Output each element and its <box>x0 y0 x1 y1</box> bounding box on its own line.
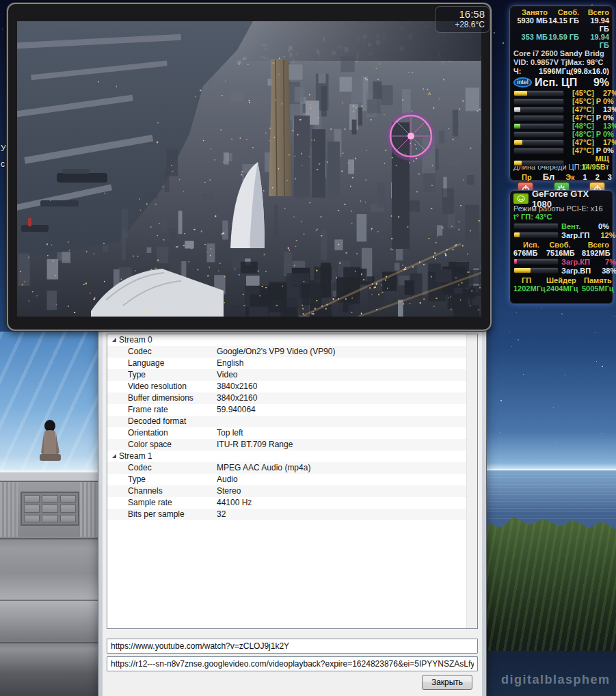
close-button[interactable]: Закрыть <box>422 675 472 690</box>
property-row[interactable]: TypeVideo <box>107 369 466 381</box>
cpu-name: Core i7 2600 Sandy Bridg <box>513 49 609 58</box>
core-meter-row: [48°C]P0% <box>513 130 609 138</box>
wallpaper-left-scene <box>0 332 98 696</box>
landmark-tower <box>269 59 292 196</box>
property-row[interactable]: Sample rate44100 Hz <box>107 497 466 509</box>
clock-temperature: +28.6°C <box>436 20 485 30</box>
cpu-tab-3[interactable]: 3 <box>608 173 612 181</box>
cpu-tab-2[interactable]: 2 <box>595 173 600 181</box>
media-info-dialog: Stream 0CodecGoogle/On2's VP9 Video (VP9… <box>98 316 487 696</box>
cpu-core-meters: [45°C]27%[45°C]P0%[47°C]13%[47°C]P0%[48°… <box>513 89 609 155</box>
property-row[interactable]: ChannelsStereo <box>107 485 466 497</box>
property-row[interactable]: Buffer dimensions3840x2160 <box>107 392 466 404</box>
memory-row: 353 МБ19.59 ГБ19.94 ГБ <box>513 33 609 49</box>
property-row[interactable]: LanguageEnglish <box>107 358 466 369</box>
core-meter-row: [47°C]P0% <box>513 113 609 122</box>
intel-logo: intel <box>513 77 532 88</box>
core-meter-row: [45°C]27% <box>513 89 609 97</box>
cpu-vid-line: VID: 0.9857V TjMax: 98°C <box>513 58 609 66</box>
clock-gadget: 16:58 +28.6°C <box>435 6 490 33</box>
core-meter-row: [47°C]13% <box>513 105 609 113</box>
carved-blocks <box>21 492 79 526</box>
gpu-load-rows-top: Вент.0%Загр.ГП12% <box>513 222 609 239</box>
core-meter-row: [47°C]17% <box>513 138 609 146</box>
stream-properties-list[interactable]: Stream 0CodecGoogle/On2's VP9 Video (VP9… <box>107 334 478 629</box>
property-row[interactable]: Bits per sample32 <box>107 509 466 520</box>
gpu-pcie-line: Режим работы PCI-E: x16 <box>513 204 609 213</box>
tree-expanded-icon[interactable] <box>112 454 116 458</box>
dialog-body: Stream 0CodecGoogle/On2's VP9 Video (VP9… <box>103 321 482 696</box>
gpu-load-row: Загр.КП7% <box>513 257 609 266</box>
tree-expanded-icon[interactable] <box>112 338 116 342</box>
stream-group-row[interactable]: Stream 1 <box>107 451 466 462</box>
cpu-usage-line: intel Исп. ЦП 9% <box>513 76 609 89</box>
sitting-figure <box>34 417 66 474</box>
memory-row: 5930 МБ14.15 ГБ19.94 ГБ <box>513 16 609 33</box>
memory-rows: 5930 МБ14.15 ГБ19.94 ГБ353 МБ19.59 ГБ19.… <box>513 16 609 49</box>
power-bar <box>513 160 564 166</box>
gpu-temp-line: t° ГП: 43°C <box>513 213 609 222</box>
ferris-wheel <box>388 113 433 159</box>
cpu-tab-Пр[interactable]: Пр <box>522 173 532 181</box>
property-row[interactable]: OrientationTop left <box>107 427 466 439</box>
cpu-tab-Бл[interactable]: Бл <box>543 172 555 182</box>
core-meter-row: [45°C]P0% <box>513 97 609 105</box>
stream-url-input[interactable] <box>107 656 478 671</box>
gpu-load-row: Загр.ГП12% <box>513 230 609 239</box>
property-row[interactable]: Decoded format <box>107 416 466 427</box>
nvidia-logo <box>513 193 528 204</box>
cpu-monitor-gadget: ЗанятоСвоб.Всего 5930 МБ14.15 ГБ19.94 ГБ… <box>509 5 613 181</box>
gpu-load-row: Вент.0% <box>513 222 609 230</box>
video-surface[interactable] <box>17 21 481 317</box>
cpu-power-row: МЩ 14/95Вт <box>513 155 609 163</box>
youtube-url-input[interactable] <box>107 639 478 654</box>
gpu-memory-values: 676МБ 7516МБ 8192МБ <box>513 249 609 257</box>
property-row[interactable]: TypeAudio <box>107 474 466 485</box>
gpu-load-rows-bottom: Загр.КП7%Загр.ВП38% <box>513 257 609 275</box>
island <box>481 514 616 666</box>
cpu-usage-value: 9% <box>593 77 609 89</box>
cpu-tab-1[interactable]: 1 <box>583 173 587 181</box>
gpu-monitor-gadget: GeForce GTX 1080 Режим работы PCI-E: x16… <box>509 190 613 304</box>
gpu-clock-values: 1202МГц 2404МГц 5005МГц <box>513 284 609 293</box>
stream-group-row[interactable]: Stream 0 <box>107 334 466 346</box>
property-row[interactable]: Frame rate59.940064 <box>107 404 466 416</box>
cpu-tab-Эк[interactable]: Эк <box>565 173 574 181</box>
video-player-window <box>7 3 492 331</box>
cpu-frequency-line: Ч:1596МГц(99.8x16.0) <box>513 66 609 76</box>
list-scrollbar[interactable] <box>466 334 477 628</box>
property-row[interactable]: Video resolution3840x2160 <box>107 381 466 392</box>
property-row[interactable]: Color spaceITU-R BT.709 Range <box>107 439 466 451</box>
cpu-usage-label: Исп. ЦП <box>535 77 593 89</box>
clock-time: 16:58 <box>436 8 485 20</box>
video-frame-cityscape <box>17 21 481 317</box>
property-row[interactable]: CodecMPEG AAC Audio (mp4a) <box>107 462 466 474</box>
gpu-clock-headers: ГП Шейдер Память <box>513 276 609 284</box>
cpu-gadget-tabs: ПрБлЭк123 <box>513 172 609 181</box>
property-row[interactable]: CodecGoogle/On2's VP9 Video (VP90) <box>107 346 466 358</box>
gpu-load-row: Загр.ВП38% <box>513 266 609 275</box>
wallpaper-watermark: digitalblasphem <box>501 673 611 687</box>
gpu-header: GeForce GTX 1080 <box>513 193 609 204</box>
gpu-memory-headers: Исп. Своб. Всего <box>513 241 609 249</box>
stone-wall <box>0 472 98 696</box>
core-meter-row: [47°C]P0% <box>513 146 609 155</box>
core-meter-row: [48°C]13% <box>513 122 609 130</box>
memory-headers: ЗанятоСвоб.Всего <box>513 8 609 16</box>
stream-tree: Stream 0CodecGoogle/On2's VP9 Video (VP9… <box>107 334 466 520</box>
